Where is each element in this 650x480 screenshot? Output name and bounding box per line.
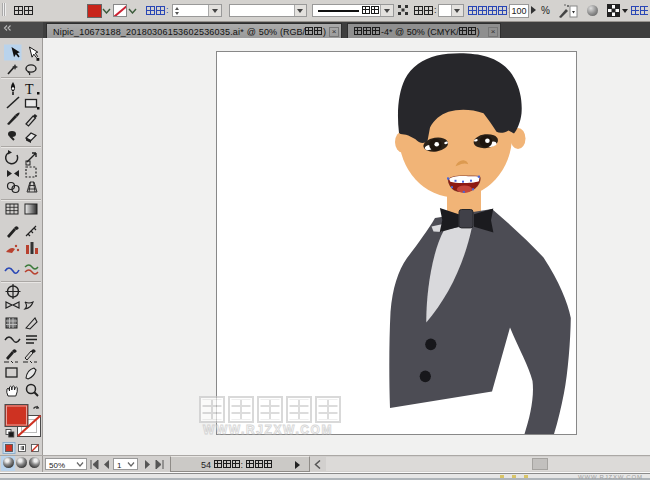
svg-text:T: T (25, 82, 34, 97)
